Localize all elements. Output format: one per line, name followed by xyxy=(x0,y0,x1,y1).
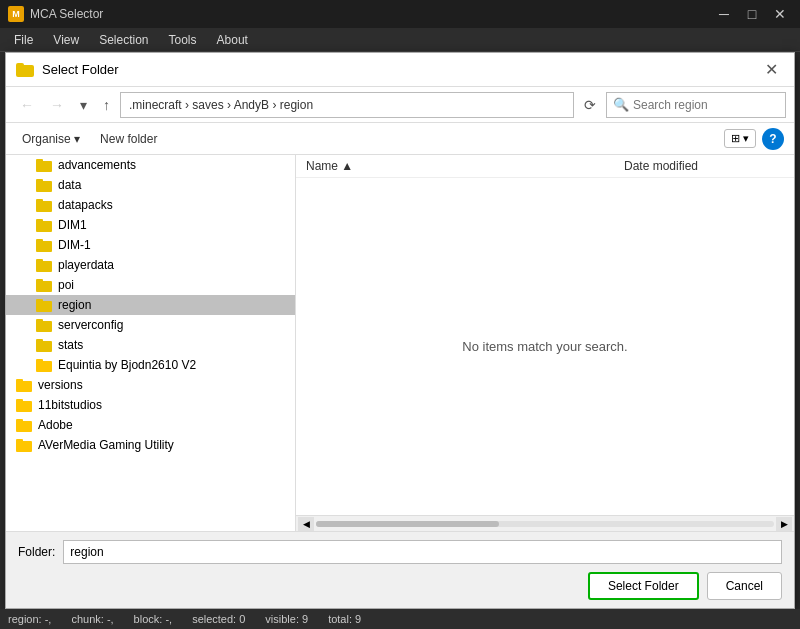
dialog-folder-icon xyxy=(16,63,34,77)
folder-label: region xyxy=(58,298,91,312)
list-item[interactable]: poi xyxy=(6,275,295,295)
menu-view[interactable]: View xyxy=(43,31,89,49)
breadcrumb[interactable]: .minecraft › saves › AndyB › region xyxy=(120,92,574,118)
folder-icon xyxy=(36,299,52,312)
folder-icon xyxy=(16,379,32,392)
nav-bar: ← → ▾ ↑ .minecraft › saves › AndyB › reg… xyxy=(6,87,794,123)
list-item[interactable]: playerdata xyxy=(6,255,295,275)
cancel-button[interactable]: Cancel xyxy=(707,572,782,600)
search-input[interactable] xyxy=(633,98,779,112)
folder-label: data xyxy=(58,178,81,192)
minimize-button[interactable]: ─ xyxy=(712,5,736,23)
app-icon: M xyxy=(8,6,24,22)
list-item[interactable]: DIM-1 xyxy=(6,235,295,255)
toolbar-right: ⊞ ▾ ? xyxy=(724,128,784,150)
organise-label: Organise xyxy=(22,132,71,146)
scroll-track xyxy=(316,521,774,527)
list-item[interactable]: stats xyxy=(6,335,295,355)
folder-label: versions xyxy=(38,378,83,392)
status-selected: selected: 0 xyxy=(192,613,245,625)
folder-label: advancements xyxy=(58,158,136,172)
column-headers: Name ▲ Date modified xyxy=(296,155,794,178)
search-box: 🔍 xyxy=(606,92,786,118)
forward-button[interactable]: → xyxy=(44,94,70,116)
list-item[interactable]: 11bitstudios xyxy=(6,395,295,415)
app-close-button[interactable]: ✕ xyxy=(768,5,792,23)
scroll-left-button[interactable]: ◀ xyxy=(298,517,314,531)
folder-label: poi xyxy=(58,278,74,292)
folder-icon xyxy=(16,439,32,452)
new-folder-button[interactable]: New folder xyxy=(94,129,163,149)
toolbar: Organise ▾ New folder ⊞ ▾ ? xyxy=(6,123,794,155)
list-item[interactable]: datapacks xyxy=(6,195,295,215)
menu-about[interactable]: About xyxy=(207,31,258,49)
col-date-label: Date modified xyxy=(624,159,698,173)
folder-label: Equintia by Bjodn2610 V2 xyxy=(58,358,196,372)
back-button[interactable]: ← xyxy=(14,94,40,116)
list-item[interactable]: serverconfig xyxy=(6,315,295,335)
folder-icon xyxy=(16,419,32,432)
menu-file[interactable]: File xyxy=(4,31,43,49)
folder-input[interactable] xyxy=(63,540,782,564)
content-area: advancements data datapacks DIM1 DIM-1 p… xyxy=(6,155,794,531)
view-arrow: ▾ xyxy=(743,132,749,144)
list-item[interactable]: AVerMedia Gaming Utility xyxy=(6,435,295,455)
right-panel: Name ▲ Date modified No items match your… xyxy=(296,155,794,531)
folder-icon xyxy=(36,319,52,332)
list-item[interactable]: DIM1 xyxy=(6,215,295,235)
title-controls: ─ □ ✕ xyxy=(712,5,792,23)
folder-icon xyxy=(36,199,52,212)
folder-label: stats xyxy=(58,338,83,352)
folder-icon xyxy=(36,239,52,252)
dialog-close-button[interactable]: ✕ xyxy=(759,58,784,81)
list-item[interactable]: Adobe xyxy=(6,415,295,435)
list-item[interactable]: Equintia by Bjodn2610 V2 xyxy=(6,355,295,375)
scroll-right-button[interactable]: ▶ xyxy=(776,517,792,531)
search-icon: 🔍 xyxy=(613,97,629,112)
col-name-label: Name xyxy=(306,159,338,173)
folder-label: DIM1 xyxy=(58,218,87,232)
list-item[interactable]: data xyxy=(6,175,295,195)
menu-tools[interactable]: Tools xyxy=(159,31,207,49)
folder-row: Folder: xyxy=(18,540,782,564)
column-name[interactable]: Name ▲ xyxy=(306,159,624,173)
dialog-footer: Folder: Select Folder Cancel xyxy=(6,531,794,608)
title-bar-left: M MCA Selector xyxy=(8,6,103,22)
left-panel: advancements data datapacks DIM1 DIM-1 p… xyxy=(6,155,296,531)
refresh-button[interactable]: ⟳ xyxy=(578,94,602,116)
nav-dropdown-button[interactable]: ▾ xyxy=(74,94,93,116)
menu-bar: File View Selection Tools About xyxy=(0,28,800,52)
status-total: total: 9 xyxy=(328,613,361,625)
status-bar: region: -, chunk: -, block: -, selected:… xyxy=(0,609,800,629)
folder-icon xyxy=(36,179,52,192)
select-folder-dialog: Select Folder ✕ ← → ▾ ↑ .minecraft › sav… xyxy=(5,52,795,609)
scroll-thumb xyxy=(316,521,499,527)
folder-label: playerdata xyxy=(58,258,114,272)
folder-label: Folder: xyxy=(18,545,55,559)
column-date[interactable]: Date modified xyxy=(624,159,784,173)
menu-selection[interactable]: Selection xyxy=(89,31,158,49)
maximize-button[interactable]: □ xyxy=(740,5,764,23)
horizontal-scrollbar[interactable]: ◀ ▶ xyxy=(296,515,794,531)
folder-label: serverconfig xyxy=(58,318,123,332)
empty-message: No items match your search. xyxy=(462,339,627,354)
folder-icon xyxy=(16,399,32,412)
status-block: block: -, xyxy=(134,613,173,625)
help-button[interactable]: ? xyxy=(762,128,784,150)
folder-icon xyxy=(36,359,52,372)
status-visible: visible: 9 xyxy=(265,613,308,625)
list-item-selected[interactable]: region xyxy=(6,295,295,315)
dialog-title-bar: Select Folder ✕ xyxy=(6,53,794,87)
folder-icon xyxy=(36,219,52,232)
folder-label: 11bitstudios xyxy=(38,398,102,412)
list-item[interactable]: versions xyxy=(6,375,295,395)
app-title: MCA Selector xyxy=(30,7,103,21)
folder-icon xyxy=(36,279,52,292)
folder-label: DIM-1 xyxy=(58,238,91,252)
breadcrumb-text: .minecraft › saves › AndyB › region xyxy=(129,98,313,112)
up-button[interactable]: ↑ xyxy=(97,94,116,116)
organise-button[interactable]: Organise ▾ xyxy=(16,129,86,149)
select-folder-button[interactable]: Select Folder xyxy=(588,572,699,600)
list-item[interactable]: advancements xyxy=(6,155,295,175)
view-button[interactable]: ⊞ ▾ xyxy=(724,129,756,148)
